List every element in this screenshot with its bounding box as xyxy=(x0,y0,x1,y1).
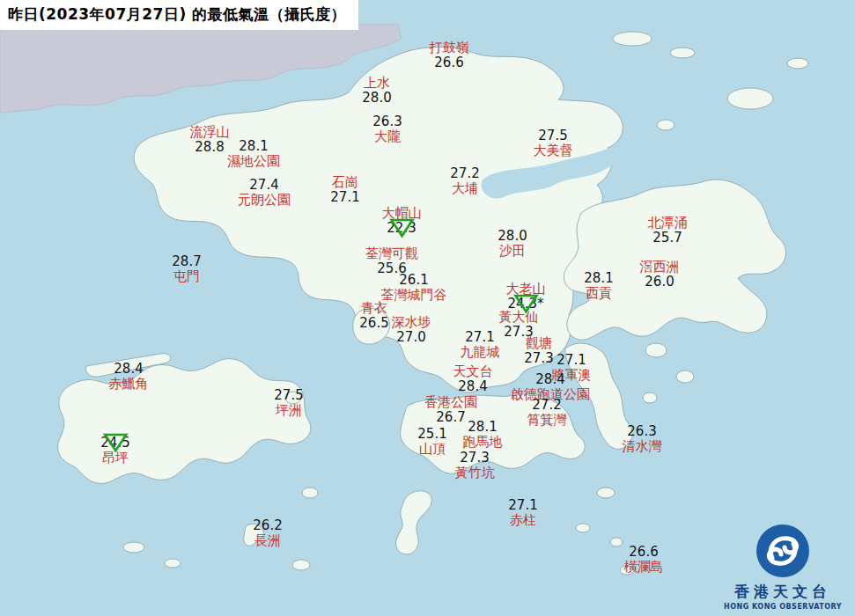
station-value-text: 28.0 xyxy=(362,90,391,106)
station-value-text: 27.3 xyxy=(460,450,489,466)
station-value: 27.3 xyxy=(460,451,489,466)
station-label: 坪洲 27.5 xyxy=(274,388,303,418)
station-label: 昂坪 24.5 xyxy=(100,436,129,466)
station-value: 26.6 xyxy=(434,55,463,70)
station-value: 27.5 xyxy=(274,388,303,403)
station-name: 荃灣城門谷 xyxy=(381,288,447,303)
station-name: 青衣 xyxy=(361,301,387,316)
station-name: 跑馬地 xyxy=(463,435,503,450)
station-label: 大隴 26.3 xyxy=(372,114,402,144)
station-name: 大美督 xyxy=(534,143,573,158)
station-value: 27.0 xyxy=(396,330,425,345)
station-name: 大埔 xyxy=(452,181,478,196)
station-value-text: 25.7 xyxy=(652,230,682,246)
station-label: 大帽山 22.3 xyxy=(382,206,422,236)
station-name: 長洲 xyxy=(254,533,281,548)
station-label: 觀塘 27.3 xyxy=(524,336,553,366)
station-label: 赤柱 27.1 xyxy=(508,498,537,528)
station-value-text: 27.1 xyxy=(508,497,537,513)
station-value-text: 27.0 xyxy=(396,329,425,345)
station-label: 荃灣城門谷 26.1 xyxy=(381,273,447,303)
station-value-text: 25.1 xyxy=(417,426,446,442)
station-value-text: 26.3 xyxy=(372,114,402,129)
station-label: 黃竹坑 27.3 xyxy=(455,451,495,480)
station-name: 屯門 xyxy=(173,269,200,284)
station-value: 26.7 xyxy=(436,410,465,425)
station-label: 北潭涌 25.7 xyxy=(648,216,688,246)
station-value: 26.2 xyxy=(253,518,282,533)
station-name: 荃灣可觀 xyxy=(365,246,418,261)
station-name: 西貢 xyxy=(586,286,612,301)
station-value-text: 28.0 xyxy=(498,228,527,244)
station-name: 橫瀾島 xyxy=(624,560,664,575)
station-value-text: 26.7 xyxy=(436,409,465,425)
station-value-text: 26.1 xyxy=(399,272,428,288)
station-name: 赤柱 xyxy=(510,513,536,528)
station-name: 山頂 xyxy=(419,442,446,457)
station-value: 27.1 xyxy=(556,353,586,368)
station-name: 北潭涌 xyxy=(648,216,688,231)
station-name: 石崗 xyxy=(332,175,358,190)
station-name: 坪洲 xyxy=(276,403,302,418)
station-label: 屯門 28.7 xyxy=(172,254,201,284)
station-value: 28.1 xyxy=(468,420,497,435)
station-value-text: 26.6 xyxy=(434,55,463,70)
station-value-text: 26.5 xyxy=(359,315,388,331)
station-label: 九龍城 27.1 xyxy=(461,330,500,360)
station-value: 26.1 xyxy=(399,273,428,288)
station-value-text: 28.4 xyxy=(535,371,564,387)
station-value: 26.0 xyxy=(645,275,674,290)
station-name: 筲箕灣 xyxy=(527,413,567,428)
station-name: 赤鱲角 xyxy=(109,377,149,392)
station-value: 27.2 xyxy=(450,166,479,181)
station-name: 上水 xyxy=(364,76,390,91)
station-name: 觀塘 xyxy=(526,336,552,351)
station-name: 大隴 xyxy=(374,129,401,144)
station-value: 27.5 xyxy=(538,128,567,143)
station-value-text: 27.1 xyxy=(330,189,359,205)
station-value-text: 27.1 xyxy=(556,352,586,368)
hko-logo-icon xyxy=(755,523,811,579)
station-value: 28.0 xyxy=(362,91,391,106)
station-label: 大老山 24.3* xyxy=(506,282,546,312)
station-name: 黃竹坑 xyxy=(455,466,495,480)
station-label: 上水 28.0 xyxy=(362,76,391,106)
station-value: 27.3 xyxy=(524,351,553,366)
station-value-text: 28.4 xyxy=(114,361,143,377)
station-value-text: 26.2 xyxy=(253,517,282,533)
station-label: 赤鱲角 28.4 xyxy=(109,362,149,392)
station-value: 27.2 xyxy=(532,398,561,413)
station-name: 元朗公園 xyxy=(238,193,291,208)
station-label: 西貢 28.1 xyxy=(584,271,613,301)
station-value-text: 27.1 xyxy=(465,329,494,345)
station-label: 長洲 26.2 xyxy=(253,518,282,548)
hko-logo: 香港天文台 HONG KONG OBSERVATORY xyxy=(721,523,844,611)
station-value-text: 27.5 xyxy=(274,387,303,403)
station-value: 28.1 xyxy=(584,271,613,286)
station-value: 28.4 xyxy=(114,362,143,377)
station-label: 大埔 27.2 xyxy=(450,166,479,196)
station-value: 27.4 xyxy=(249,178,278,193)
station-value: 26.6 xyxy=(629,545,658,560)
station-value: 28.4 xyxy=(458,379,487,394)
station-value: 24.5 xyxy=(100,436,129,451)
station-name: 打鼓嶺 xyxy=(430,40,469,55)
weather-map-screen: 昨日(2023年07月27日) 的最低氣溫（攝氏度） 打鼓嶺 26.6 上水 2… xyxy=(0,0,855,616)
station-value: 27.1 xyxy=(508,498,537,513)
station-name: 天文台 xyxy=(453,364,493,379)
station-label: 深水埗 27.0 xyxy=(392,315,431,345)
station-value: 28.4 xyxy=(535,372,564,387)
station-name: 黃大仙 xyxy=(499,310,539,325)
station-label: 元朗公園 27.4 xyxy=(238,178,291,208)
station-label: 石崗 27.1 xyxy=(330,175,359,205)
station-value-text: 26.0 xyxy=(645,274,674,290)
station-value-text: 28.4 xyxy=(458,378,487,394)
station-label: 滘西洲 26.0 xyxy=(640,260,680,290)
station-name: 香港公園 xyxy=(424,395,477,410)
station-label: 濕地公園 28.1 xyxy=(227,139,280,169)
station-value: 28.7 xyxy=(172,254,201,269)
station-name: 深水埗 xyxy=(392,315,431,330)
station-value: 28.1 xyxy=(239,139,268,154)
station-value: 27.1 xyxy=(330,190,359,205)
station-value-text: 27.3 xyxy=(524,350,553,366)
